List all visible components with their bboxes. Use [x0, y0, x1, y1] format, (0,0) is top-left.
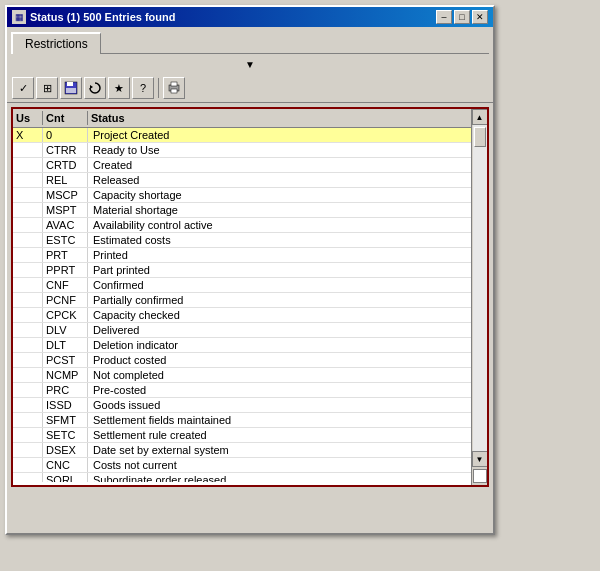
cell-status: Goods issued: [88, 398, 471, 412]
svg-rect-2: [66, 88, 76, 93]
cell-cnt: CTRR: [43, 143, 88, 157]
cell-user: [13, 473, 43, 482]
scroll-track: [473, 125, 487, 451]
cell-user: [13, 353, 43, 367]
cell-status: Subordinate order released: [88, 473, 471, 482]
cell-status: Ready to Use: [88, 143, 471, 157]
cell-user: [13, 233, 43, 247]
cell-status: Capacity shortage: [88, 188, 471, 202]
cell-user: [13, 158, 43, 172]
col-header-user: Us: [13, 111, 43, 125]
table-row[interactable]: SORLSubordinate order released: [13, 473, 471, 482]
table-row[interactable]: DLTDeletion indicator: [13, 338, 471, 353]
table-container: ▲ ▼ Us Cnt Status X0Project CreatedCTRRR…: [11, 107, 489, 487]
table-row[interactable]: CNCCosts not current: [13, 458, 471, 473]
cell-cnt: REL: [43, 173, 88, 187]
print-button[interactable]: [163, 77, 185, 99]
close-button[interactable]: ✕: [472, 10, 488, 24]
help-button[interactable]: ?: [132, 77, 154, 99]
table-row[interactable]: SFMTSettlement fields maintained: [13, 413, 471, 428]
cell-status: Partially confirmed: [88, 293, 471, 307]
grid-button[interactable]: ⊞: [36, 77, 58, 99]
dropdown-area: ▼: [7, 54, 493, 74]
cell-status: Released: [88, 173, 471, 187]
table-row[interactable]: MSPTMaterial shortage: [13, 203, 471, 218]
cell-user: [13, 308, 43, 322]
print-icon: [167, 81, 181, 95]
cell-status: Capacity checked: [88, 308, 471, 322]
dropdown-arrow-icon: ▼: [245, 59, 255, 70]
table-row[interactable]: PCNFPartially confirmed: [13, 293, 471, 308]
title-bar-controls: – □ ✕: [436, 10, 488, 24]
svg-rect-6: [171, 89, 177, 93]
table-row[interactable]: PCSTProduct costed: [13, 353, 471, 368]
cell-status: Part printed: [88, 263, 471, 277]
cell-cnt: PCST: [43, 353, 88, 367]
table-row[interactable]: ESTCEstimated costs: [13, 233, 471, 248]
refresh-button[interactable]: [84, 77, 106, 99]
col-header-cnt: Cnt: [43, 111, 88, 125]
cell-cnt: ESTC: [43, 233, 88, 247]
table-row[interactable]: PPRTPart printed: [13, 263, 471, 278]
star-button[interactable]: ★: [108, 77, 130, 99]
cell-cnt: PCNF: [43, 293, 88, 307]
cell-user: [13, 173, 43, 187]
table-row[interactable]: AVACAvailability control active: [13, 218, 471, 233]
save-button[interactable]: [60, 77, 82, 99]
cell-user: [13, 278, 43, 292]
table-row[interactable]: MSCPCapacity shortage: [13, 188, 471, 203]
refresh-icon: [88, 81, 102, 95]
table-row[interactable]: SETCSettlement rule created: [13, 428, 471, 443]
scroll-down-button[interactable]: ▼: [472, 451, 488, 467]
cell-status: Delivered: [88, 323, 471, 337]
table-row[interactable]: DSEXDate set by external system: [13, 443, 471, 458]
cell-cnt: MSCP: [43, 188, 88, 202]
main-window: ▦ Status (1) 500 Entries found – □ ✕ Res…: [5, 5, 495, 535]
table-row[interactable]: X0Project Created: [13, 128, 471, 143]
cell-cnt: PRC: [43, 383, 88, 397]
cell-status: Date set by external system: [88, 443, 471, 457]
table-header: Us Cnt Status: [13, 109, 471, 128]
scroll-up-button[interactable]: ▲: [472, 109, 488, 125]
table-row[interactable]: DLVDelivered: [13, 323, 471, 338]
tab-restrictions[interactable]: Restrictions: [11, 32, 101, 54]
cell-cnt: SFMT: [43, 413, 88, 427]
table-row[interactable]: ISSDGoods issued: [13, 398, 471, 413]
check-button[interactable]: ✓: [12, 77, 34, 99]
cell-cnt: DSEX: [43, 443, 88, 457]
table-row[interactable]: CTRRReady to Use: [13, 143, 471, 158]
vertical-scrollbar[interactable]: ▲ ▼: [471, 109, 487, 485]
table-row[interactable]: NCMPNot completed: [13, 368, 471, 383]
window-title: Status (1) 500 Entries found: [30, 11, 175, 23]
cell-cnt: MSPT: [43, 203, 88, 217]
save-icon: [64, 81, 78, 95]
cell-cnt: CNC: [43, 458, 88, 472]
cell-status: Project Created: [88, 128, 471, 142]
table-row[interactable]: RELReleased: [13, 173, 471, 188]
cell-cnt: DLV: [43, 323, 88, 337]
table-body: X0Project CreatedCTRRReady to UseCRTDCre…: [13, 128, 471, 482]
cell-cnt: DLT: [43, 338, 88, 352]
cell-user: [13, 293, 43, 307]
cell-cnt: SETC: [43, 428, 88, 442]
cell-status: Costs not current: [88, 458, 471, 472]
scroll-thumb[interactable]: [474, 127, 486, 147]
table-row[interactable]: CRTDCreated: [13, 158, 471, 173]
cell-status: Not completed: [88, 368, 471, 382]
cell-cnt: CRTD: [43, 158, 88, 172]
scroll-checkbox[interactable]: [473, 469, 487, 483]
maximize-button[interactable]: □: [454, 10, 470, 24]
table-row[interactable]: CNFConfirmed: [13, 278, 471, 293]
cell-user: [13, 188, 43, 202]
svg-marker-3: [90, 85, 93, 89]
cell-status: Availability control active: [88, 218, 471, 232]
table-row[interactable]: PRCPre-costed: [13, 383, 471, 398]
cell-user: [13, 368, 43, 382]
cell-cnt: NCMP: [43, 368, 88, 382]
table-row[interactable]: CPCKCapacity checked: [13, 308, 471, 323]
table-row[interactable]: PRTPrinted: [13, 248, 471, 263]
cell-status: Confirmed: [88, 278, 471, 292]
minimize-button[interactable]: –: [436, 10, 452, 24]
cell-status: Printed: [88, 248, 471, 262]
title-bar: ▦ Status (1) 500 Entries found – □ ✕: [7, 7, 493, 27]
